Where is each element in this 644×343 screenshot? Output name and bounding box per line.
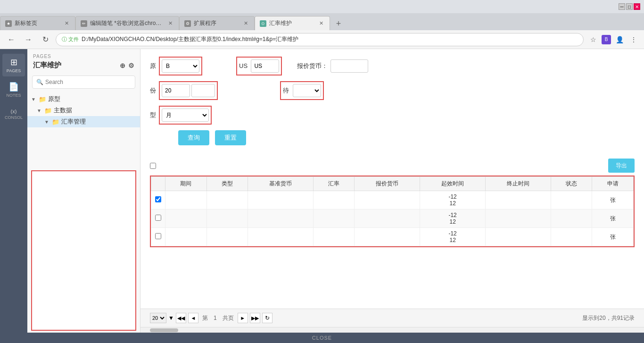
tab-new-tab[interactable]: ★ 新标签页 ✕: [0, 16, 75, 30]
panel-title-icons: ⊕ ⚙: [120, 62, 134, 69]
export-button[interactable]: 导出: [608, 159, 635, 173]
tab-close-4[interactable]: ✕: [317, 20, 325, 27]
tree-item-master[interactable]: ▼ 📁 主数据: [27, 105, 140, 116]
tab-label-1: 新标签页: [15, 19, 60, 27]
panel-icon-settings[interactable]: ⚙: [128, 62, 134, 69]
page-size-select[interactable]: 20: [150, 313, 166, 323]
sidebar-item-console[interactable]: (x) CONSOL: [2, 103, 25, 125]
sidebar-item-notes[interactable]: 📄 NOTES: [2, 78, 25, 101]
tree-arrow-master: ▼: [37, 108, 42, 113]
quote-currency-input[interactable]: AUD: [330, 59, 368, 73]
forward-button[interactable]: →: [22, 33, 35, 46]
tab-close-3[interactable]: ✕: [242, 20, 249, 27]
back-button[interactable]: ←: [5, 33, 18, 46]
tab-favicon-2: ✏: [81, 20, 87, 27]
tab-editor[interactable]: ✏ 编辑随笔 *谷歌浏览器chrome主... ✕: [75, 16, 179, 30]
search-box[interactable]: 🔍: [32, 75, 135, 89]
row-checkbox-2[interactable]: [155, 215, 161, 221]
panel-icon-add[interactable]: ⊕: [120, 62, 125, 69]
title-bar: ─ □ ✕: [0, 0, 644, 13]
user-icon[interactable]: 👤: [614, 34, 625, 45]
cell-period-2: [165, 209, 207, 228]
source-select[interactable]: B: [162, 59, 199, 73]
tab-extensions[interactable]: ⚙ 扩展程序 ✕: [179, 16, 255, 30]
address-text: D:/MyData/XIONGCHAO.CN/Desktop/主数据汇率原型0.…: [82, 35, 578, 43]
pending-select[interactable]: [293, 84, 321, 97]
tab-close-1[interactable]: ✕: [63, 20, 70, 27]
page-size-arrow: ▼: [168, 315, 174, 321]
cell-applicant-3: 张: [592, 228, 634, 246]
cell-start-3: -1212: [420, 228, 486, 246]
bookmark-icon[interactable]: ☆: [587, 34, 599, 45]
row-checkbox-3[interactable]: [155, 233, 161, 239]
close-label[interactable]: CLOSE: [312, 335, 332, 341]
col-rate: 汇率: [313, 177, 355, 191]
minimize-button[interactable]: ─: [619, 3, 625, 10]
col-status: 状态: [551, 177, 592, 191]
tab-exchange-rate[interactable]: ⊙ 汇率维护 ✕: [255, 16, 330, 30]
last-page-button[interactable]: ▶▶: [250, 313, 260, 323]
main-area: ⊞ PAGES 📄 NOTES (x) CONSOL PAGES 汇率维护 ⊕: [0, 49, 644, 333]
form-row-3: 型 月: [150, 106, 635, 125]
type-select[interactable]: 月: [162, 109, 209, 122]
tree-folder-master: 📁: [44, 107, 52, 114]
reset-button[interactable]: 重置: [215, 130, 246, 145]
table-row[interactable]: -1212 张: [151, 191, 634, 209]
menu-icon[interactable]: ⋮: [628, 34, 639, 45]
table-wrapper: 期间 类型 基准货币 汇率 报价货币 起效时间 终止时间 状态 申请: [150, 176, 635, 247]
bottom-bar: CLOSE: [0, 333, 644, 343]
tab-close-2[interactable]: ✕: [166, 20, 174, 27]
extension-icon[interactable]: B: [602, 35, 611, 44]
close-window-button[interactable]: ✕: [634, 3, 640, 10]
pages-icon: ⊞: [10, 57, 17, 67]
scrollbar-thumb[interactable]: [150, 328, 178, 332]
horizontal-scrollbar[interactable]: [140, 327, 644, 333]
type-box-highlight: 月: [159, 106, 212, 125]
notes-icon: 📄: [8, 82, 19, 92]
refresh-button[interactable]: ↻: [262, 313, 272, 323]
period-input[interactable]: [162, 84, 190, 97]
cell-rate-3: [313, 228, 355, 246]
prev-page-button[interactable]: ◄: [188, 313, 198, 323]
select-all-checkbox[interactable]: [150, 163, 156, 169]
table-toolbar: 导出: [150, 159, 635, 173]
cell-base-3: [248, 228, 314, 246]
query-button[interactable]: 查询: [178, 130, 209, 145]
tab-favicon-4: ⊙: [260, 20, 266, 27]
secure-icon: ⓘ 文件: [62, 36, 79, 43]
cell-base-1: [248, 191, 314, 209]
maximize-button[interactable]: □: [626, 3, 633, 10]
sidebar-item-pages[interactable]: ⊞ PAGES: [2, 54, 25, 76]
table-row[interactable]: -1212 张: [151, 228, 634, 246]
panel-pages-label: PAGES: [33, 54, 134, 59]
table-row[interactable]: -1212 张: [151, 209, 634, 228]
tree-item-exchange[interactable]: ▼ 📁 汇率管理: [27, 116, 140, 127]
panel-title: 汇率维护 ⊕ ⚙: [33, 61, 134, 70]
period-input2[interactable]: [191, 84, 215, 97]
tab-bar: ★ 新标签页 ✕ ✏ 编辑随笔 *谷歌浏览器chrome主... ✕ ⚙ 扩展程…: [0, 13, 644, 30]
search-input[interactable]: [45, 79, 131, 85]
form-row-2: 份 待: [150, 81, 635, 100]
col-quote: 报价货币: [355, 177, 420, 191]
tree-item-prototype[interactable]: ▼ 📁 原型: [27, 93, 140, 105]
pagination: 20 ▼ ◀◀ ◄ 第 1 共页 ► ▶▶ ↻ 显示到20，共91记录: [140, 309, 644, 327]
next-page-button[interactable]: ►: [238, 313, 248, 323]
cell-quote-1: [355, 191, 420, 209]
reload-button[interactable]: ↻: [39, 33, 52, 46]
window-controls[interactable]: ─ □ ✕: [619, 3, 640, 10]
source-field: 原 B: [150, 57, 202, 75]
new-tab-button[interactable]: +: [332, 17, 345, 30]
source-box-highlight: B: [159, 57, 202, 75]
period-field: 份: [150, 81, 218, 100]
cell-type-3: [206, 228, 248, 246]
first-page-button[interactable]: ◀◀: [176, 313, 186, 323]
us-input[interactable]: [251, 59, 279, 73]
row-checkbox-1[interactable]: [155, 196, 161, 202]
col-start: 起效时间: [420, 177, 486, 191]
pending-box-highlight: 待: [280, 81, 323, 100]
cell-applicant-1: 张: [592, 191, 634, 209]
panel-header: PAGES 汇率维护 ⊕ ⚙: [27, 49, 140, 73]
cell-quote-3: [355, 228, 420, 246]
address-bar[interactable]: ⓘ 文件 D:/MyData/XIONGCHAO.CN/Desktop/主数据汇…: [56, 33, 584, 46]
cell-quote-2: [355, 209, 420, 228]
